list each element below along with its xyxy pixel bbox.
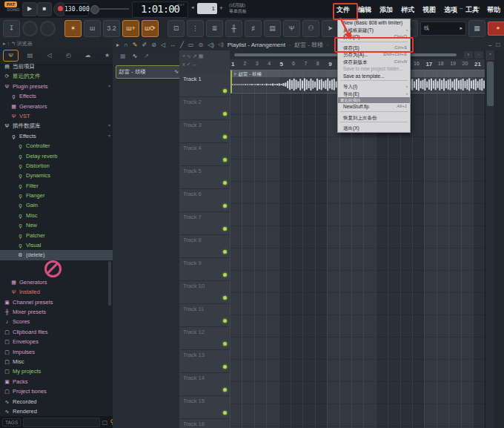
step-edit-icon[interactable]: ⊡	[168, 20, 185, 37]
menubar-item-3[interactable]: 样式	[399, 4, 416, 16]
menu-item-7[interactable]: Save to new project folder...	[338, 65, 410, 73]
touch-icon[interactable]: ⚇	[302, 20, 319, 37]
browser-item-patcher[interactable]: ϙPatcher	[0, 231, 113, 240]
playlist-song-name[interactable]: 赵雷 - 鼓楼	[294, 41, 323, 49]
loop-recording-icon[interactable]: ш⟳	[142, 20, 159, 37]
shuffle-slider-track[interactable]	[98, 8, 129, 10]
minimize-button[interactable]: ‒	[488, 42, 491, 48]
browser-item--delete-[interactable]: ⚙(delete)	[0, 250, 113, 260]
plugin-picker-icon[interactable]: Ψ	[283, 20, 300, 37]
track-header-8[interactable]: Track 8…	[179, 235, 230, 258]
minimize-button[interactable]: ‒	[460, 4, 462, 11]
channel-rack-icon[interactable]: ♯	[245, 20, 262, 37]
pattern-prev-arrow[interactable]: ◂	[191, 4, 194, 10]
track-led[interactable]	[223, 181, 227, 185]
track-header-4[interactable]: Track 4…	[179, 143, 230, 166]
tab-audio[interactable]: ◁	[42, 50, 57, 62]
select-icon[interactable]: ▭	[188, 42, 194, 48]
browser-item-new[interactable]: ϙNew	[0, 220, 113, 230]
expand-caret-icon[interactable]: ▾	[108, 82, 110, 91]
browser-item-my-projects[interactable]: ▢My projects	[0, 366, 113, 376]
pat-mode-label[interactable]: PAT	[4, 1, 17, 7]
pat-song-toggle[interactable]: PAT SONG	[4, 1, 22, 16]
zoom-icon[interactable]: ⊙	[198, 42, 203, 48]
track-led[interactable]	[223, 112, 227, 116]
pattern-add-button[interactable]: +	[217, 3, 225, 14]
expand-caret-icon[interactable]: ▾	[108, 121, 110, 131]
track-led[interactable]	[223, 158, 227, 162]
track-led[interactable]	[223, 135, 227, 139]
picker-tab-automation[interactable]: ↗	[144, 53, 149, 59]
browser-item-effects[interactable]: ϙEffects	[0, 91, 113, 101]
menu-item-15[interactable]: 恢复到上次备份	[338, 114, 410, 122]
menu-item-6[interactable]: 保存新版本Ctrl+N	[338, 59, 410, 66]
menu-item-11[interactable]: 导出(E)›	[338, 90, 410, 98]
speaker-icon[interactable]: ◁)	[218, 42, 224, 47]
track-header-5[interactable]: Track 5…	[179, 166, 230, 189]
browser-item-flanger[interactable]: ϙFlanger	[0, 191, 113, 200]
one-click-rec-icon[interactable]: ➤	[322, 20, 339, 37]
zoom-button[interactable]: ·	[474, 51, 483, 59]
song-mode-label[interactable]: SONG	[4, 7, 20, 12]
browser-item-filter[interactable]: ϙFilter	[0, 181, 113, 191]
maximize-button[interactable]: □	[468, 4, 471, 11]
slice-icon[interactable]: ╱	[180, 42, 184, 48]
browser-item-rendered[interactable]: ∿Rendered	[0, 406, 113, 416]
browser-item-installed[interactable]: ΨInstalled	[0, 287, 113, 297]
tags-input[interactable]	[23, 418, 100, 427]
line-input-selector[interactable]: 线▸	[420, 22, 466, 36]
maximize-button[interactable]: □	[496, 42, 500, 48]
picker-clip-item[interactable]: 赵雷 - 鼓楼 ∿	[116, 65, 182, 79]
track-header-1[interactable]: Track 1…	[179, 74, 230, 97]
track-header-9[interactable]: Track 9…	[179, 258, 230, 281]
track-header-7[interactable]: Track 7…	[179, 212, 230, 235]
track-header-6[interactable]: Track 6…	[179, 189, 230, 212]
vertical-scrollbar[interactable]: ⌃	[485, 50, 495, 428]
play-icon[interactable]: ▸	[116, 42, 119, 48]
track-header-2[interactable]: Track 2…	[179, 97, 230, 120]
track-led[interactable]	[223, 365, 227, 369]
mixer-icon[interactable]: ╫	[225, 20, 242, 37]
track-header-12[interactable]: Track 12…	[179, 327, 230, 350]
pattern-selector[interactable]: 1	[197, 3, 217, 14]
track-header-15[interactable]: Track 15…	[179, 396, 230, 419]
piano-roll-icon[interactable]: ⋮	[187, 20, 204, 37]
browser-item-clipboard-files[interactable]: ▢Clipboard files	[0, 327, 113, 337]
menu-item-5[interactable]: 另存为(A)...Shift+Ctrl+S	[338, 51, 410, 59]
tab-recent[interactable]: ◴	[61, 50, 76, 62]
track-header-14[interactable]: Track 14…	[179, 373, 230, 396]
browser-item-visual[interactable]: ϙVisual	[0, 240, 113, 250]
browser-item-mixer-presets[interactable]: ╫Mixer presets	[0, 307, 113, 317]
track-led[interactable]	[223, 342, 227, 346]
scroll-right-button[interactable]: ›	[464, 51, 473, 59]
track-header-13[interactable]: Track 13…	[179, 350, 230, 373]
browser-item-misc[interactable]: ▢Misc	[0, 357, 113, 366]
browser-item-dynamics[interactable]: ϙDynamics	[0, 171, 113, 180]
main-volume-knob[interactable]	[22, 21, 38, 36]
browser-item-misc[interactable]: ϙMisc	[0, 211, 113, 220]
pencil-icon[interactable]: ✎	[133, 42, 138, 48]
track-header-3[interactable]: Track 3…	[179, 120, 230, 143]
mute-icon[interactable]: ◁	[161, 42, 165, 48]
blend-recording-icon[interactable]: ш+	[122, 20, 139, 37]
folder-icon[interactable]: ▢	[102, 419, 108, 426]
browser-item-channel-presets[interactable]: ▣Channel presets	[0, 297, 113, 307]
track-header-10[interactable]: Track 10…	[179, 281, 230, 304]
browser-item-envelopes[interactable]: ▢Envelopes	[0, 337, 113, 346]
metronome-icon[interactable]: ✶	[64, 20, 82, 37]
browser-nav-icons[interactable]: ▸ ↑ ↰	[3, 41, 16, 46]
menu-item-13[interactable]: NewStuff.flpAlt+1	[338, 103, 410, 111]
track-led[interactable]	[223, 227, 227, 231]
tab-files[interactable]: ▤	[22, 50, 38, 62]
language-flag-icon[interactable]: ★	[488, 22, 504, 36]
close-button[interactable]: ×	[477, 4, 480, 11]
picker-tab-audio[interactable]: ∿	[133, 53, 138, 59]
wait-for-input-icon[interactable]: ш	[84, 20, 101, 37]
track-led[interactable]	[223, 204, 227, 208]
picker-tab-patterns[interactable]: ▦	[120, 53, 126, 59]
tab-plugins[interactable]: Ψ	[3, 50, 19, 62]
browser-item-插件数据库[interactable]: Ψ插件数据库▾	[0, 121, 113, 131]
menubar-item-7[interactable]: 帮助	[485, 4, 502, 16]
menu-item-8[interactable]: Save as template...	[338, 73, 410, 80]
menubar-item-5[interactable]: 选项	[442, 4, 459, 16]
